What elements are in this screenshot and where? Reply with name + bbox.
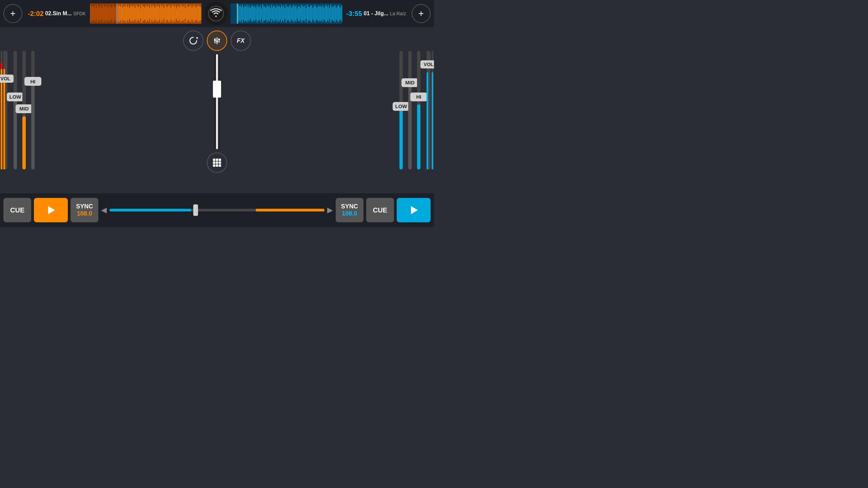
left-cue-button[interactable]: CUE [3,198,31,222]
right-low-fader[interactable]: LOW [399,46,403,175]
right-play-button[interactable] [397,198,431,222]
svg-rect-128 [263,6,264,21]
right-mid-label: MID [405,80,415,85]
right-low-handle[interactable]: LOW [393,102,410,111]
pitch-slider-container[interactable]: ◀ ▶ [101,206,333,215]
svg-rect-122 [257,5,257,22]
svg-rect-141 [278,6,279,21]
svg-rect-56 [151,5,151,22]
svg-rect-160 [299,6,300,21]
svg-rect-134 [270,8,271,19]
svg-rect-45 [138,7,139,20]
left-hi-fader[interactable]: HI [31,46,35,175]
svg-rect-52 [146,5,146,22]
left-low-handle[interactable]: LOW [7,93,24,101]
svg-rect-213 [216,164,218,167]
svg-rect-117 [251,6,252,21]
svg-rect-23 [115,7,116,20]
left-hi-handle[interactable]: HI [24,77,41,86]
right-track-time: -3:55 [346,10,362,18]
left-mid-fader[interactable]: MID [22,46,26,175]
svg-rect-194 [337,6,338,21]
svg-rect-187 [329,8,330,19]
svg-rect-181 [322,5,323,22]
right-track-info: -3:55 01 - Jilg... La Raíz [346,10,406,18]
center-crossfader-handle[interactable] [213,81,221,98]
right-track-name: 01 - Jilg... [363,11,388,17]
svg-rect-125 [260,5,261,22]
svg-rect-67 [163,5,163,22]
svg-rect-54 [148,6,149,21]
left-vol-handle[interactable]: VOL [0,75,14,83]
svg-rect-4 [94,7,94,20]
svg-rect-209 [213,162,215,164]
reset-button[interactable] [183,30,203,51]
svg-rect-55 [149,8,150,19]
left-mid-handle[interactable]: MID [16,104,33,113]
svg-rect-57 [152,7,152,20]
svg-rect-14 [105,6,105,21]
right-waveform[interactable] [231,3,342,24]
svg-rect-162 [301,5,302,22]
add-track-left-button[interactable]: + [3,4,22,23]
center-crossfader[interactable] [213,54,221,149]
svg-rect-203 [214,39,216,41]
left-play-button[interactable] [34,198,68,222]
svg-rect-34 [126,5,126,22]
left-sync-label: SYNC [76,203,93,210]
right-hi-fader[interactable]: HI [417,46,420,175]
right-vol-label: VOL [424,62,434,67]
left-sync-button[interactable]: SYNC 108.0 [71,198,98,222]
svg-rect-126 [261,8,262,19]
right-mid-handle[interactable]: MID [401,78,418,87]
right-cue-button[interactable]: CUE [366,198,394,222]
svg-rect-185 [327,7,328,20]
right-sync-button[interactable]: SYNC 108.0 [336,198,363,222]
pitch-handle[interactable] [193,204,198,216]
svg-rect-150 [288,7,289,20]
svg-rect-20 [112,8,112,19]
svg-rect-60 [155,8,156,19]
svg-rect-78 [175,5,176,22]
svg-rect-178 [319,6,320,21]
svg-rect-87 [185,8,186,19]
svg-rect-46 [139,5,140,22]
right-mid-fader[interactable]: MID [408,46,412,175]
svg-rect-171 [311,5,312,22]
svg-rect-5 [95,5,96,22]
svg-rect-24 [116,5,117,22]
bottom-bar: CUE SYNC 108.0 ◀ ▶ SYNC 108.0 CUE [0,193,434,227]
right-vol-fader[interactable]: VOL [427,46,431,175]
svg-rect-71 [167,7,168,20]
svg-rect-92 [191,5,191,22]
svg-rect-179 [320,6,321,21]
svg-rect-195 [338,5,339,22]
svg-rect-99 [198,6,199,21]
svg-rect-12 [103,4,103,23]
left-track-name: 02.Sin M... [45,11,72,17]
svg-rect-90 [188,7,189,20]
left-waveform[interactable] [90,3,201,24]
right-sync-label: SYNC [341,203,358,210]
svg-rect-146 [283,5,284,22]
grid-button[interactable] [207,152,227,173]
svg-rect-153 [291,8,292,19]
svg-rect-100 [199,6,200,21]
right-vol-handle[interactable]: VOL [420,60,434,68]
svg-rect-89 [187,6,188,21]
svg-rect-79 [176,8,177,19]
eq-button[interactable] [207,30,227,51]
svg-rect-144 [281,5,282,22]
left-vol-fader[interactable]: VOL [3,46,7,175]
right-hi-handle[interactable]: HI [410,93,427,101]
fx-button[interactable]: FX [231,30,251,51]
svg-rect-7 [97,5,98,22]
right-low-label: LOW [395,103,407,109]
svg-rect-22 [114,6,115,21]
svg-rect-206 [213,159,215,161]
svg-rect-21 [113,5,113,22]
add-track-right-button[interactable]: + [412,4,431,23]
pitch-track[interactable] [110,208,324,212]
svg-rect-130 [266,7,267,20]
svg-rect-147 [284,8,285,19]
